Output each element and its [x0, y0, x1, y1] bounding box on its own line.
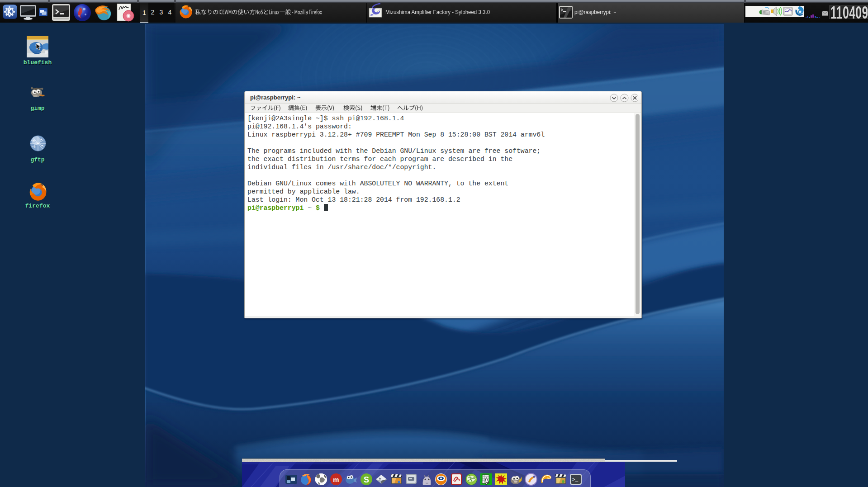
svg-text:>_: >_	[572, 477, 579, 482]
svg-text:m: m	[333, 476, 339, 483]
svg-text:EXCEL: EXCEL	[481, 473, 484, 481]
svg-text:S: S	[364, 475, 369, 484]
